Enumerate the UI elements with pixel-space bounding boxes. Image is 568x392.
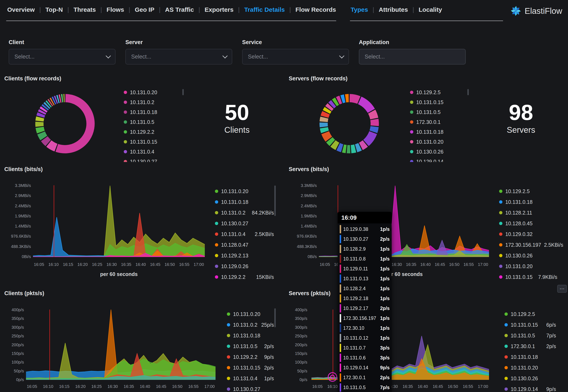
servers-donut-chart[interactable] — [319, 93, 380, 154]
legend-scrollbar[interactable] — [182, 89, 184, 95]
nav-tab[interactable]: Top-N — [45, 6, 73, 13]
legend-item[interactable]: 10.131.0.18 — [499, 197, 557, 207]
legend-item[interactable]: 10.131.0.18 — [227, 330, 274, 341]
legend-item[interactable]: 10.131.0.4 1p/s — [227, 373, 274, 384]
panel-options-button[interactable]: ⋯ — [557, 285, 567, 293]
legend-item[interactable]: 10.131.0.15 2p/s — [227, 362, 274, 373]
nav-underline-right — [350, 21, 503, 21]
legend-color-dot — [215, 254, 218, 257]
legend-item[interactable]: 172.30.0.1 — [410, 117, 470, 127]
legend-item[interactable]: 10.131.0.20 — [499, 261, 557, 272]
clients-pkts-chart[interactable] — [26, 309, 216, 380]
legend-item[interactable]: 10.131.0.20 — [215, 186, 274, 197]
legend-color-dot — [215, 200, 218, 204]
legend-label: 10.129.0.32 — [505, 231, 533, 237]
legend-item[interactable]: 10.131.0.5 7p/s — [505, 330, 556, 341]
nav-tab[interactable]: Exporters — [204, 6, 244, 13]
x-axis-tick: 16:10 — [43, 384, 53, 389]
legend-item[interactable]: 10.131.0.4 2.5KBi/s — [215, 229, 274, 239]
legend-item[interactable]: 10.131.0.20 — [505, 362, 556, 373]
legend-item[interactable]: 10.131.0.15 6p/s — [505, 320, 556, 330]
legend-item[interactable]: 10.131.0.15 — [410, 97, 470, 107]
legend-item[interactable]: 10.129.2.5 — [410, 87, 470, 97]
legend-item[interactable]: 10.131.0.18 — [505, 352, 556, 362]
legend-item[interactable]: 10.130.0.26 — [499, 250, 557, 261]
filter-select-input[interactable] — [364, 53, 457, 60]
legend-item[interactable]: 10.131.0.5 — [410, 107, 470, 117]
legend-color-dot — [499, 190, 502, 193]
legend-color-dot — [410, 100, 413, 104]
legend-item[interactable]: 10.131.0.5 — [124, 117, 184, 127]
legend-item[interactable]: 172.30.156.197 2.5KBi/s — [499, 239, 557, 250]
legend-item[interactable]: 172.30.0.1 2p/s — [505, 341, 556, 352]
legend-color-dot — [227, 377, 230, 380]
legend-item[interactable]: 10.131.0.2 84.2KBi/s — [215, 207, 274, 218]
legend-item[interactable]: 10.131.0.20 — [227, 309, 274, 320]
legend-item[interactable]: 10.131.0.18 — [410, 127, 470, 137]
nav-tab[interactable]: Types — [351, 6, 379, 13]
tooltip-series-value: 1p/s — [380, 286, 390, 292]
legend-item[interactable]: 10.129.0.14 9p/s — [505, 384, 556, 392]
legend-item[interactable]: 10.129.0.14 — [410, 157, 470, 162]
nav-tab[interactable]: Flow Records — [295, 6, 336, 13]
servers-count-stat: 98 Servers — [492, 101, 550, 135]
tooltip-row: 10.131.0.12 1p/s — [340, 333, 390, 343]
nav-tab[interactable]: Threats — [73, 6, 106, 13]
filter-select-input[interactable] — [131, 53, 223, 60]
nav-tab[interactable]: Attributes — [379, 6, 419, 13]
legend-item[interactable]: 10.128.0.47 — [215, 239, 274, 250]
legend-item[interactable]: 10.129.2.13 — [215, 250, 274, 261]
legend-item[interactable]: 10.129.2.5 — [499, 186, 557, 197]
legend-item[interactable]: 10.129.2.2 15KBi/s — [215, 272, 274, 282]
legend-item[interactable]: 10.129.2.2 9p/s — [227, 352, 274, 362]
legend-item[interactable]: 10.130.0.27 — [215, 218, 274, 229]
legend-item[interactable]: 10.129.2.5 — [505, 309, 556, 320]
filter-select[interactable] — [125, 49, 232, 65]
legend-item[interactable]: 10.131.0.4 — [124, 147, 184, 157]
nav-tab[interactable]: Traffic Details — [244, 6, 295, 13]
y-axis-tick: 300p/s — [295, 325, 307, 330]
y-axis-tick: 0p/s — [16, 377, 24, 382]
clients-bits-chart[interactable] — [33, 185, 205, 257]
legend-item[interactable]: 10.129.0.32 — [499, 229, 557, 239]
legend-scrollbar[interactable] — [274, 185, 276, 216]
filter-select-input[interactable] — [14, 53, 106, 60]
legend-value: 7p/s — [546, 333, 556, 339]
legend-item[interactable]: 10.131.0.18 — [215, 197, 274, 207]
nav-tab[interactable]: Locality — [419, 6, 442, 13]
x-axis-tick: 16:55 — [463, 384, 473, 389]
legend-item[interactable]: 10.128.0.45 — [499, 218, 557, 229]
filter-select[interactable] — [242, 49, 349, 65]
legend-scrollbar[interactable] — [274, 308, 276, 327]
legend-color-dot — [124, 91, 127, 94]
nav-tab[interactable]: Geo IP — [135, 6, 165, 13]
legend-item[interactable]: 10.128.2.11 — [499, 207, 557, 218]
nav-tab[interactable]: Flows — [107, 6, 135, 13]
nav-tab[interactable]: Overview — [7, 6, 45, 13]
legend-scrollbar[interactable] — [467, 89, 469, 95]
legend-item[interactable]: 10.131.0.15 — [124, 137, 184, 147]
legend-item[interactable]: 10.130.0.27 — [124, 157, 184, 162]
legend-item[interactable]: 10.131.0.20 — [124, 87, 184, 97]
filter-select-input[interactable] — [248, 53, 340, 60]
legend-label: 10.131.0.15 — [130, 139, 157, 145]
legend-label: 10.130.0.26 — [505, 253, 533, 259]
legend-item[interactable]: 10.129.0.26 — [215, 261, 274, 272]
legend-item[interactable]: 10.131.0.2 25p/s — [227, 320, 274, 330]
legend-item[interactable]: 10.131.0.18 — [124, 107, 184, 117]
nav-tab[interactable]: AS Traffic — [165, 6, 204, 13]
legend-item[interactable]: 10.131.0.2 — [124, 97, 184, 107]
legend-item[interactable]: 10.131.0.5 2p/s — [227, 341, 274, 352]
legend-item[interactable]: 10.131.0.15 7.9KBi/s — [499, 272, 557, 282]
filter-select[interactable] — [9, 49, 116, 65]
legend-item[interactable]: 10.130.0.26 — [505, 373, 556, 384]
y-axis-tick: 350p/s — [12, 316, 24, 321]
legend-item[interactable]: 10.130.0.26 — [410, 147, 470, 157]
filter-select[interactable] — [359, 49, 466, 65]
legend-item[interactable]: 10.129.2.2 — [124, 127, 184, 137]
x-axis-tick: 16:30 — [106, 262, 117, 267]
legend-item[interactable]: 10.130.0.27 — [227, 384, 274, 392]
clients-donut-chart[interactable] — [34, 93, 96, 154]
legend-item[interactable]: 10.131.0.20 — [410, 137, 470, 147]
tooltip-series-name: 10.131.0.13 — [343, 276, 368, 281]
